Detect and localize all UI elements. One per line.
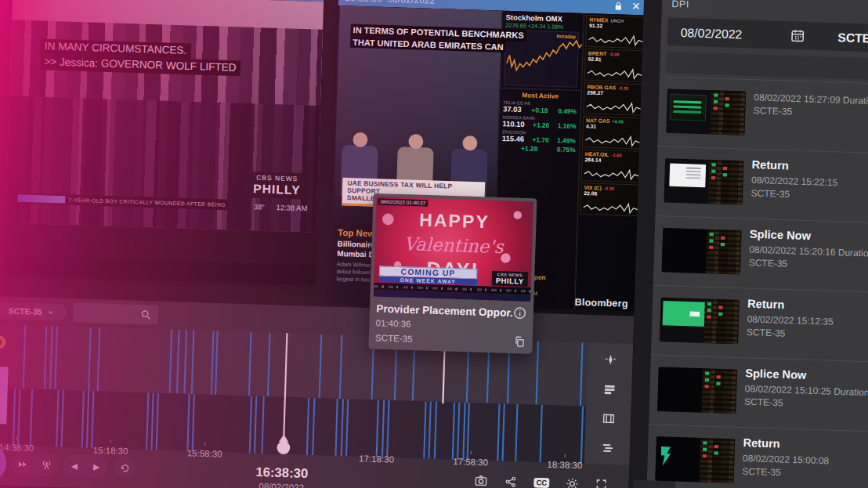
scte-event-line[interactable]: [169, 330, 173, 394]
scte-event-line[interactable]: [55, 326, 59, 390]
scte-event-line[interactable]: [515, 404, 518, 461]
filmstrip-icon[interactable]: [602, 412, 615, 425]
calendar-icon[interactable]: [790, 28, 805, 43]
scte-event-line[interactable]: [187, 394, 190, 451]
scte-event-line[interactable]: [211, 331, 215, 395]
table-rows-icon[interactable]: [602, 382, 616, 396]
dpi-event-item[interactable]: 08/02/2022 15:27:09 Duration: 00:03: SCT…: [657, 76, 868, 154]
scte-event-line[interactable]: [312, 398, 315, 455]
scte-event-line[interactable]: [345, 399, 348, 456]
scte-event-line[interactable]: [335, 399, 338, 456]
scte-event-line[interactable]: [580, 342, 584, 407]
scte-event-line[interactable]: [318, 334, 322, 399]
scte-event-line[interactable]: [30, 389, 33, 446]
dpi-event-item[interactable]: Return 08/02/2022 15:00:08 SCTE-35: [646, 424, 868, 488]
scte-event-line[interactable]: [261, 396, 264, 454]
scte-event-line[interactable]: [467, 403, 470, 460]
dpi-event-item[interactable]: Return 08/02/2022 15:22:15 SCTE-35: [655, 146, 868, 223]
close-icon[interactable]: ✕: [631, 1, 641, 12]
go-to-live-button[interactable]: [114, 457, 136, 479]
scte-event-line[interactable]: [151, 392, 154, 450]
timeline-filter-dropdown[interactable]: SCTE-35: [0, 302, 67, 321]
scte-event-line[interactable]: [462, 403, 465, 460]
scte-event-line[interactable]: [190, 331, 194, 395]
scte-event-line[interactable]: [340, 399, 343, 456]
scte-event-line[interactable]: [386, 400, 389, 457]
player-panel-cbs[interactable]: 16:38:30 08/02/2022 ✕ IN MANY CIRCUMSTAN…: [4, 0, 324, 285]
scte-event-line[interactable]: [13, 389, 16, 446]
scte-event-line[interactable]: [88, 327, 92, 391]
event-title: Splice Now: [750, 227, 868, 244]
scte-event-line[interactable]: [339, 334, 343, 399]
scte-event-line[interactable]: [536, 341, 540, 405]
save-button[interactable]: Save: [632, 480, 675, 488]
event-title: Return: [747, 297, 868, 314]
player-timestamp: 16:38:30 08/02/2022: [345, 0, 435, 5]
scte-event-line[interactable]: [433, 402, 436, 459]
date-picker-field[interactable]: 08/02/2022: [667, 24, 790, 42]
lock-icon[interactable]: [613, 1, 624, 11]
scte-event-line[interactable]: [423, 401, 426, 458]
scte-event-line[interactable]: [44, 326, 48, 390]
event-thumbnail: [666, 89, 746, 136]
scte-event-line[interactable]: [267, 333, 271, 397]
scte-event-line[interactable]: [60, 390, 63, 447]
snapshot-camera-icon[interactable]: [474, 473, 488, 487]
scte-event-line[interactable]: [580, 407, 583, 464]
scte-event-line[interactable]: [17, 389, 20, 446]
scte-event-line[interactable]: [192, 394, 195, 451]
scte-event-line[interactable]: [86, 391, 89, 448]
bloomberg-logo: Bloomberg: [574, 296, 636, 309]
event-type: SCTE-35: [742, 466, 868, 480]
share-icon[interactable]: [505, 475, 518, 488]
closed-captions-toggle[interactable]: CC: [533, 477, 549, 487]
scte-event-line[interactable]: [81, 391, 85, 448]
scte-event-line[interactable]: [428, 402, 431, 459]
info-icon[interactable]: [512, 305, 526, 320]
tracks-layers-icon[interactable]: [601, 441, 614, 454]
timeline-search-input[interactable]: [73, 302, 158, 324]
dpi-event-item[interactable]: Return 08/02/2022 15:12:35 SCTE-35: [651, 285, 868, 363]
scte-event-line[interactable]: [176, 330, 180, 394]
scte-event-line[interactable]: [539, 405, 542, 462]
scte-event-line[interactable]: [23, 325, 27, 389]
event-type: SCTE-35: [754, 106, 868, 120]
scte-event-line[interactable]: [49, 326, 53, 390]
scte-event-line[interactable]: [248, 332, 252, 396]
fast-forward-icon[interactable]: [17, 458, 28, 469]
next-event-button[interactable]: ▶: [93, 462, 99, 472]
scte-event-line[interactable]: [452, 403, 455, 460]
scte-event-line[interactable]: [457, 403, 460, 460]
thumbnail-collage: [701, 368, 737, 414]
letterbox-bar: [4, 255, 316, 285]
event-thumbnail-valentine[interactable]: 08/02/2022 01:40:37 HAPPY Valentine's DA…: [374, 197, 534, 302]
dpi-event-item[interactable]: Splice Now 08/02/2022 15:20:16 Duration:…: [653, 215, 868, 293]
scte-event-line[interactable]: [97, 327, 101, 392]
live-antenna-icon[interactable]: [40, 458, 52, 471]
copy-icon[interactable]: [513, 335, 526, 348]
sidebar-filter-bar[interactable]: [666, 52, 868, 81]
play-button[interactable]: [0, 443, 7, 483]
event-thumbnail: [657, 367, 737, 414]
scte-event-line[interactable]: [306, 398, 309, 455]
scte-event-line[interactable]: [56, 390, 59, 447]
scte-event-line[interactable]: [91, 391, 94, 448]
scte-event-line[interactable]: [248, 396, 251, 453]
scte-event-line[interactable]: [215, 331, 219, 396]
marker-tool-icon[interactable]: [603, 353, 617, 367]
scte-event-line[interactable]: [501, 404, 505, 461]
most-active-row: +1.280.75%: [498, 143, 579, 155]
dpi-event-item[interactable]: Splice Now 08/02/2022 15:10:25 Duration:…: [649, 354, 868, 432]
scte-event-line[interactable]: [146, 392, 149, 450]
gear-icon[interactable]: [566, 476, 579, 488]
thumbnail-collage: [706, 230, 742, 275]
previous-event-button[interactable]: ◀: [71, 461, 78, 471]
scte-event-line[interactable]: [381, 400, 384, 457]
fullscreen-icon[interactable]: [595, 478, 607, 488]
scte-event-line[interactable]: [254, 396, 257, 454]
event-title: Return: [751, 157, 868, 175]
event-type-selector[interactable]: SCTE-35: [805, 29, 868, 45]
scte-event-line[interactable]: [184, 330, 188, 394]
scte-event-line[interactable]: [497, 403, 500, 461]
scte-event-line[interactable]: [156, 393, 159, 450]
